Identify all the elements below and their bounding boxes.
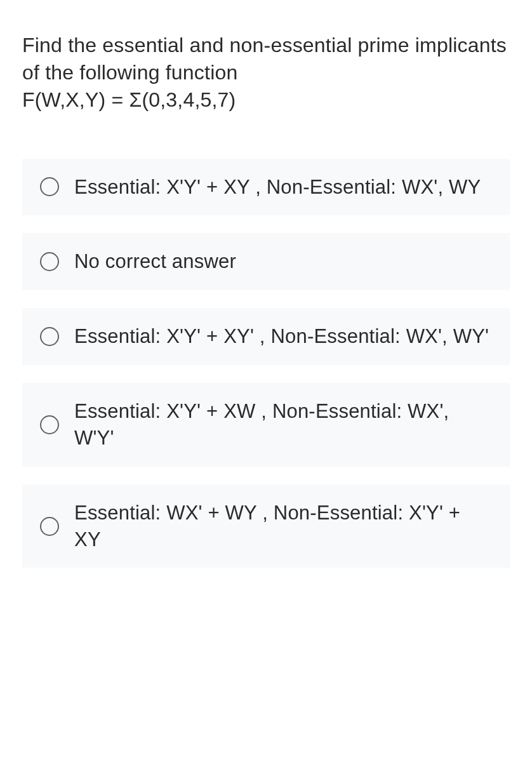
option-4[interactable]: Essential: X'Y' + XW , Non-Essential: WX… xyxy=(22,383,510,467)
option-1[interactable]: Essential: X'Y' + XY , Non-Essential: WX… xyxy=(22,159,510,216)
option-4-label: Essential: X'Y' + XW , Non-Essential: WX… xyxy=(74,398,492,451)
options-list: Essential: X'Y' + XY , Non-Essential: WX… xyxy=(22,159,510,568)
radio-icon xyxy=(40,252,59,271)
option-1-label: Essential: X'Y' + XY , Non-Essential: WX… xyxy=(74,174,481,201)
option-2-label: No correct answer xyxy=(74,248,236,275)
option-3-label: Essential: X'Y' + XY' , Non-Essential: W… xyxy=(74,323,489,350)
question-prompt: Find the essential and non-essential pri… xyxy=(22,32,510,114)
option-5-label: Essential: WX' + WY , Non-Essential: X'Y… xyxy=(74,500,492,553)
radio-icon xyxy=(40,517,59,536)
question-line2: F(W,X,Y) = Σ(0,3,4,5,7) xyxy=(22,86,510,114)
option-2[interactable]: No correct answer xyxy=(22,233,510,290)
option-3[interactable]: Essential: X'Y' + XY' , Non-Essential: W… xyxy=(22,308,510,365)
option-5[interactable]: Essential: WX' + WY , Non-Essential: X'Y… xyxy=(22,485,510,568)
radio-icon xyxy=(40,177,59,196)
radio-icon xyxy=(40,415,59,434)
radio-icon xyxy=(40,327,59,346)
question-line1: Find the essential and non-essential pri… xyxy=(22,32,510,86)
